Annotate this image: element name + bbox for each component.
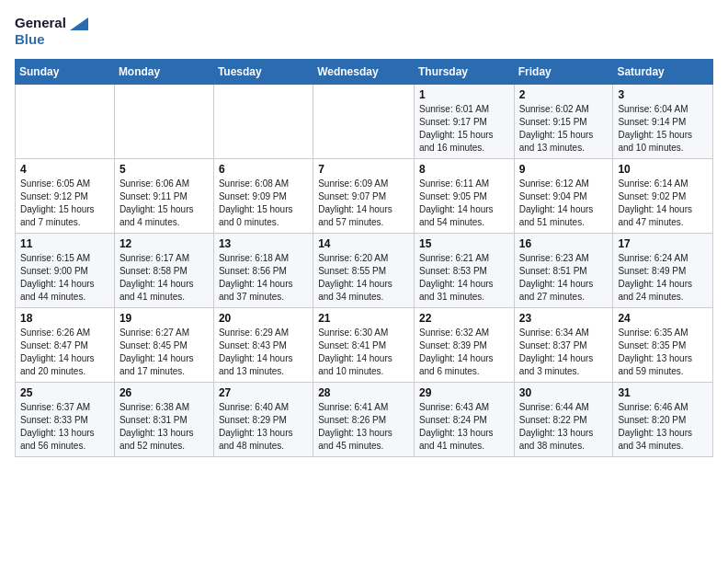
day-number: 3	[618, 88, 708, 101]
day-info: Sunrise: 6:23 AM Sunset: 8:51 PM Dayligh…	[519, 252, 609, 304]
weekday-header-row: SundayMondayTuesdayWednesdayThursdayFrid…	[16, 60, 713, 85]
day-number: 19	[119, 312, 209, 325]
day-number: 10	[618, 163, 708, 176]
day-info: Sunrise: 6:32 AM Sunset: 8:39 PM Dayligh…	[419, 327, 509, 378]
day-cell: 8Sunrise: 6:11 AM Sunset: 9:05 PM Daylig…	[414, 159, 514, 234]
day-cell: 4Sunrise: 6:05 AM Sunset: 9:12 PM Daylig…	[16, 159, 115, 234]
day-cell: 2Sunrise: 6:02 AM Sunset: 9:15 PM Daylig…	[514, 85, 613, 159]
weekday-header-thursday: Thursday	[414, 60, 514, 85]
day-number: 23	[519, 312, 609, 325]
day-cell: 22Sunrise: 6:32 AM Sunset: 8:39 PM Dayli…	[414, 308, 514, 383]
logo-general: General	[15, 15, 66, 30]
day-info: Sunrise: 6:41 AM Sunset: 8:26 PM Dayligh…	[318, 401, 409, 453]
day-number: 5	[119, 163, 209, 176]
day-info: Sunrise: 6:29 AM Sunset: 8:43 PM Dayligh…	[219, 327, 308, 378]
day-cell: 31Sunrise: 6:46 AM Sunset: 8:20 PM Dayli…	[613, 383, 713, 457]
day-cell: 24Sunrise: 6:35 AM Sunset: 8:35 PM Dayli…	[613, 308, 713, 383]
calendar-body: 1Sunrise: 6:01 AM Sunset: 9:17 PM Daylig…	[16, 85, 713, 457]
logo-bird-icon	[70, 17, 88, 30]
day-info: Sunrise: 6:35 AM Sunset: 8:35 PM Dayligh…	[618, 327, 708, 378]
day-info: Sunrise: 6:02 AM Sunset: 9:15 PM Dayligh…	[519, 103, 609, 155]
day-cell	[16, 85, 115, 159]
day-info: Sunrise: 6:15 AM Sunset: 9:00 PM Dayligh…	[20, 252, 109, 304]
day-info: Sunrise: 6:40 AM Sunset: 8:29 PM Dayligh…	[219, 401, 308, 453]
day-info: Sunrise: 6:21 AM Sunset: 8:53 PM Dayligh…	[419, 252, 509, 304]
logo: General Blue	[15, 15, 88, 48]
day-number: 9	[519, 163, 609, 176]
svg-marker-0	[70, 17, 88, 30]
day-cell: 20Sunrise: 6:29 AM Sunset: 8:43 PM Dayli…	[213, 308, 313, 383]
day-number: 20	[219, 312, 308, 325]
day-info: Sunrise: 6:24 AM Sunset: 8:49 PM Dayligh…	[618, 252, 708, 304]
weekday-header-monday: Monday	[114, 60, 213, 85]
day-number: 2	[519, 88, 609, 101]
day-cell: 3Sunrise: 6:04 AM Sunset: 9:14 PM Daylig…	[613, 85, 713, 159]
day-cell	[114, 85, 213, 159]
day-info: Sunrise: 6:04 AM Sunset: 9:14 PM Dayligh…	[618, 103, 708, 155]
day-info: Sunrise: 6:43 AM Sunset: 8:24 PM Dayligh…	[419, 401, 509, 453]
day-info: Sunrise: 6:14 AM Sunset: 9:02 PM Dayligh…	[618, 178, 708, 229]
day-cell: 10Sunrise: 6:14 AM Sunset: 9:02 PM Dayli…	[613, 159, 713, 234]
day-number: 27	[219, 386, 308, 399]
day-number: 1	[419, 88, 509, 101]
day-cell	[213, 85, 313, 159]
day-info: Sunrise: 6:12 AM Sunset: 9:04 PM Dayligh…	[519, 178, 609, 229]
day-cell: 27Sunrise: 6:40 AM Sunset: 8:29 PM Dayli…	[213, 383, 313, 457]
day-number: 6	[219, 163, 308, 176]
day-cell: 15Sunrise: 6:21 AM Sunset: 8:53 PM Dayli…	[414, 234, 514, 308]
day-number: 16	[519, 237, 609, 250]
day-cell: 7Sunrise: 6:09 AM Sunset: 9:07 PM Daylig…	[313, 159, 415, 234]
day-cell: 25Sunrise: 6:37 AM Sunset: 8:33 PM Dayli…	[16, 383, 115, 457]
day-info: Sunrise: 6:05 AM Sunset: 9:12 PM Dayligh…	[20, 178, 109, 229]
day-number: 18	[20, 312, 109, 325]
day-cell: 28Sunrise: 6:41 AM Sunset: 8:26 PM Dayli…	[313, 383, 415, 457]
day-number: 7	[318, 163, 409, 176]
logo-blue: Blue	[15, 31, 45, 47]
day-number: 17	[618, 237, 708, 250]
weekday-header-friday: Friday	[514, 60, 613, 85]
day-cell: 16Sunrise: 6:23 AM Sunset: 8:51 PM Dayli…	[514, 234, 613, 308]
day-number: 8	[419, 163, 509, 176]
day-number: 12	[119, 237, 209, 250]
day-info: Sunrise: 6:44 AM Sunset: 8:22 PM Dayligh…	[519, 401, 609, 453]
day-info: Sunrise: 6:08 AM Sunset: 9:09 PM Dayligh…	[219, 178, 308, 229]
week-row-3: 11Sunrise: 6:15 AM Sunset: 9:00 PM Dayli…	[16, 234, 713, 308]
day-number: 11	[20, 237, 109, 250]
day-info: Sunrise: 6:34 AM Sunset: 8:37 PM Dayligh…	[519, 327, 609, 378]
day-info: Sunrise: 6:38 AM Sunset: 8:31 PM Dayligh…	[119, 401, 209, 453]
day-number: 14	[318, 237, 409, 250]
day-cell: 18Sunrise: 6:26 AM Sunset: 8:47 PM Dayli…	[16, 308, 115, 383]
day-cell: 9Sunrise: 6:12 AM Sunset: 9:04 PM Daylig…	[514, 159, 613, 234]
day-info: Sunrise: 6:26 AM Sunset: 8:47 PM Dayligh…	[20, 327, 109, 378]
day-number: 25	[20, 386, 109, 399]
day-cell: 23Sunrise: 6:34 AM Sunset: 8:37 PM Dayli…	[514, 308, 613, 383]
day-cell: 17Sunrise: 6:24 AM Sunset: 8:49 PM Dayli…	[613, 234, 713, 308]
day-info: Sunrise: 6:46 AM Sunset: 8:20 PM Dayligh…	[618, 401, 708, 453]
weekday-header-wednesday: Wednesday	[313, 60, 415, 85]
day-number: 15	[419, 237, 509, 250]
day-number: 24	[618, 312, 708, 325]
day-number: 4	[20, 163, 109, 176]
day-info: Sunrise: 6:11 AM Sunset: 9:05 PM Dayligh…	[419, 178, 509, 229]
day-number: 13	[219, 237, 308, 250]
day-cell: 30Sunrise: 6:44 AM Sunset: 8:22 PM Dayli…	[514, 383, 613, 457]
weekday-header-tuesday: Tuesday	[213, 60, 313, 85]
day-cell: 29Sunrise: 6:43 AM Sunset: 8:24 PM Dayli…	[414, 383, 514, 457]
week-row-1: 1Sunrise: 6:01 AM Sunset: 9:17 PM Daylig…	[16, 85, 713, 159]
day-info: Sunrise: 6:06 AM Sunset: 9:11 PM Dayligh…	[119, 178, 209, 229]
day-info: Sunrise: 6:09 AM Sunset: 9:07 PM Dayligh…	[318, 178, 409, 229]
day-cell: 13Sunrise: 6:18 AM Sunset: 8:56 PM Dayli…	[213, 234, 313, 308]
week-row-5: 25Sunrise: 6:37 AM Sunset: 8:33 PM Dayli…	[16, 383, 713, 457]
week-row-4: 18Sunrise: 6:26 AM Sunset: 8:47 PM Dayli…	[16, 308, 713, 383]
weekday-header-sunday: Sunday	[16, 60, 115, 85]
day-info: Sunrise: 6:01 AM Sunset: 9:17 PM Dayligh…	[419, 103, 509, 155]
day-number: 26	[119, 386, 209, 399]
day-cell: 26Sunrise: 6:38 AM Sunset: 8:31 PM Dayli…	[114, 383, 213, 457]
page-header: General Blue	[15, 15, 713, 48]
day-info: Sunrise: 6:17 AM Sunset: 8:58 PM Dayligh…	[119, 252, 209, 304]
day-cell: 14Sunrise: 6:20 AM Sunset: 8:55 PM Dayli…	[313, 234, 415, 308]
calendar-table: SundayMondayTuesdayWednesdayThursdayFrid…	[15, 59, 713, 457]
day-info: Sunrise: 6:30 AM Sunset: 8:41 PM Dayligh…	[318, 327, 409, 378]
day-info: Sunrise: 6:20 AM Sunset: 8:55 PM Dayligh…	[318, 252, 409, 304]
weekday-header-saturday: Saturday	[613, 60, 713, 85]
